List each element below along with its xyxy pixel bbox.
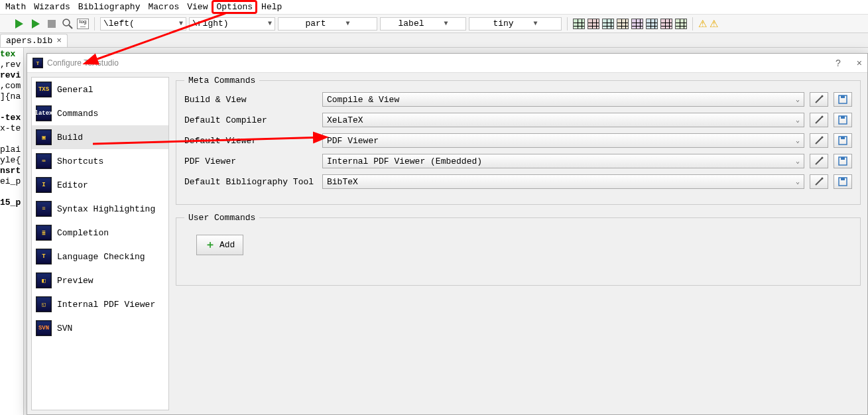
- stop-icon[interactable]: [45, 17, 58, 30]
- combo-left[interactable]: \left( ▼: [100, 17, 186, 30]
- structure-label: tex: [0, 49, 15, 59]
- sidebar-item-label: Build: [57, 133, 83, 143]
- combo-right[interactable]: \right) ▼: [189, 17, 275, 30]
- row-pdf-viewer: PDF Viewer Internal PDF Viewer (Embedded…: [184, 154, 852, 168]
- sidebar-item-syntax[interactable]: ≡ Syntax Highlighting: [32, 197, 168, 221]
- save-button[interactable]: [834, 92, 852, 107]
- combo-right-value: \right): [192, 19, 229, 29]
- select-default-viewer[interactable]: PDF Viewer ⌄: [322, 133, 804, 148]
- language-icon: T: [36, 249, 52, 265]
- save-button[interactable]: [834, 133, 852, 148]
- sidebar-item-label: Syntax Highlighting: [57, 204, 155, 214]
- toolbar-separator: [567, 17, 568, 30]
- combo-label[interactable]: label ▼: [380, 17, 466, 30]
- select-value: BibTeX: [327, 177, 358, 187]
- sidebar-item-pdf-viewer[interactable]: ◱ Internal PDF Viewer: [32, 292, 168, 316]
- sidebar-item-preview[interactable]: ◧ Preview: [32, 268, 168, 292]
- sidebar-item-commands[interactable]: latex Commands: [32, 101, 168, 125]
- sidebar-item-editor[interactable]: I Editor: [32, 173, 168, 197]
- play-icon[interactable]: [29, 17, 42, 30]
- toolbar-separator: [94, 17, 95, 30]
- sidebar-item-label: Preview: [57, 276, 93, 286]
- warning-icon[interactable]: ⚠: [710, 18, 718, 30]
- warning-icon[interactable]: ⚠: [698, 18, 707, 30]
- save-button[interactable]: [834, 154, 852, 168]
- dialog-title-text: Configure TeXstudio: [47, 58, 119, 68]
- select-build-view[interactable]: Compile & View ⌄: [322, 92, 804, 107]
- menu-bibliography[interactable]: Bibliography: [74, 1, 145, 13]
- menu-math[interactable]: Math: [1, 1, 30, 13]
- table-icon[interactable]: [631, 19, 643, 29]
- sidebar-item-svn[interactable]: SVN SVN: [32, 316, 168, 340]
- select-default-compiler[interactable]: XeLaTeX ⌄: [322, 113, 804, 127]
- table-icon[interactable]: [602, 19, 614, 29]
- run-icon[interactable]: [13, 17, 27, 30]
- table-icon[interactable]: [573, 19, 585, 29]
- help-button[interactable]: ?: [836, 58, 841, 68]
- zoom-icon[interactable]: [61, 17, 74, 30]
- save-button[interactable]: [834, 113, 852, 127]
- build-icon: ▣: [36, 129, 52, 145]
- row-bibliography: Default Bibliography Tool BibTeX ⌄: [184, 174, 852, 189]
- wand-button[interactable]: [810, 92, 828, 107]
- row-default-viewer: Default Viewer PDF Viewer ⌄: [184, 133, 852, 148]
- combo-tiny[interactable]: tiny ▼: [469, 17, 562, 30]
- combo-tiny-value: tiny: [493, 19, 513, 29]
- close-button[interactable]: ×: [857, 58, 862, 68]
- chevron-down-icon: ▼: [179, 20, 183, 27]
- add-button[interactable]: ＋ Add: [196, 235, 243, 255]
- svg-rect-17: [841, 137, 845, 139]
- chevron-down-icon: ▼: [268, 20, 272, 27]
- sidebar-item-build[interactable]: ▣ Build: [32, 125, 168, 149]
- svg-line-22: [816, 178, 822, 185]
- select-value: XeLaTeX: [327, 115, 363, 125]
- svg-line-5: [69, 25, 72, 29]
- label-default-compiler: Default Compiler: [184, 115, 317, 125]
- menu-wizards[interactable]: Wizards: [30, 1, 74, 13]
- menu-macros[interactable]: Macros: [144, 1, 183, 13]
- chevron-down-icon: ▼: [534, 20, 538, 27]
- select-value: Internal PDF Viewer (Embedded): [327, 156, 482, 166]
- wand-button[interactable]: [810, 133, 828, 148]
- combo-left-value: \left(: [103, 19, 135, 29]
- combo-label-value: label: [398, 19, 424, 29]
- table-icon[interactable]: [646, 19, 658, 29]
- log-icon[interactable]: log—: [77, 19, 89, 29]
- wand-button[interactable]: [810, 113, 828, 127]
- menu-help[interactable]: Help: [257, 1, 286, 13]
- file-tab[interactable]: apers.bib ×: [0, 34, 68, 47]
- svg-rect-13: [841, 116, 845, 119]
- configure-dialog: T Configure TeXstudio ? × TXS General la…: [27, 53, 868, 415]
- table-icon[interactable]: [588, 19, 599, 29]
- svn-icon: SVN: [36, 320, 52, 336]
- select-bibliography[interactable]: BibTeX ⌄: [322, 174, 804, 189]
- user-commands-legend: User Commands: [184, 213, 259, 223]
- chevron-down-icon: ⌄: [796, 178, 800, 186]
- wand-button[interactable]: [810, 174, 828, 189]
- svg-rect-25: [841, 178, 845, 180]
- sidebar-item-completion[interactable]: ≣ Completion: [32, 221, 168, 245]
- menu-view[interactable]: View: [183, 1, 212, 13]
- meta-commands-group: Meta Commands Build & View Compile & Vie…: [176, 76, 861, 205]
- table-icon[interactable]: [617, 19, 629, 29]
- sidebar-item-label: General: [57, 85, 93, 95]
- sidebar-item-general[interactable]: TXS General: [32, 78, 168, 101]
- combo-part[interactable]: part ▼: [278, 17, 377, 30]
- label-default-viewer: Default Viewer: [184, 136, 317, 146]
- svg-point-19: [822, 157, 824, 159]
- select-value: PDF Viewer: [327, 136, 379, 146]
- select-value: Compile & View: [327, 95, 399, 105]
- chevron-down-icon: ▼: [346, 20, 350, 27]
- dialog-titlebar: T Configure TeXstudio ? ×: [27, 54, 867, 72]
- table-icon[interactable]: [660, 19, 672, 29]
- close-icon[interactable]: ×: [56, 36, 62, 46]
- table-icon[interactable]: [675, 19, 687, 29]
- select-pdf-viewer[interactable]: Internal PDF Viewer (Embedded) ⌄: [322, 154, 804, 168]
- save-button[interactable]: [834, 174, 852, 189]
- sidebar-item-language[interactable]: T Language Checking: [32, 245, 168, 268]
- wand-button[interactable]: [810, 154, 828, 168]
- config-panel: Meta Commands Build & View Compile & Vie…: [173, 73, 867, 414]
- menu-options[interactable]: Options: [212, 0, 257, 14]
- pdf-icon: ◱: [36, 296, 52, 312]
- sidebar-item-shortcuts[interactable]: ⌨ Shortcuts: [32, 149, 168, 173]
